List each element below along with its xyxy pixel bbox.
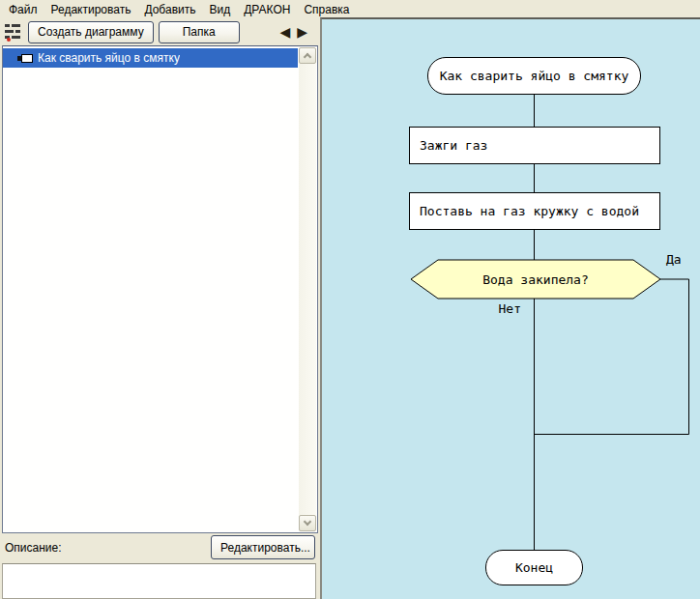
tree-scrollbar[interactable] — [299, 47, 316, 531]
folder-button[interactable]: Папка — [159, 21, 240, 43]
action-node-1[interactable]: Зажги газ — [409, 127, 660, 164]
menu-help[interactable]: Справка — [297, 1, 356, 18]
menu-bar: Файл Редактировать Добавить Вид ДРАКОН С… — [0, 0, 700, 18]
tree-item-selected[interactable]: Как сварить яйцо в смятку — [3, 48, 298, 68]
menu-add[interactable]: Добавить — [137, 1, 202, 18]
action-node-2[interactable]: Поставь на газ кружку с водой — [409, 192, 660, 230]
nav-arrows: ◀ ▶ — [279, 25, 307, 39]
description-text-area[interactable] — [2, 563, 316, 599]
toolbar: Создать диаграмму Папка ◀ ▶ — [0, 18, 320, 45]
menu-view[interactable]: Вид — [202, 1, 237, 18]
scroll-down-icon[interactable] — [299, 515, 316, 531]
diagram-node-icon — [21, 54, 33, 63]
end-node[interactable]: Конец — [485, 550, 583, 585]
create-diagram-button[interactable]: Создать диаграмму — [28, 21, 154, 43]
diagram-tree-panel: Как сварить яйцо в смятку — [2, 45, 318, 533]
question-node-label[interactable]: Вода закипела? — [411, 260, 660, 299]
diagram-list-icon — [4, 22, 23, 42]
scroll-up-icon[interactable] — [299, 47, 316, 64]
back-arrow-icon[interactable]: ◀ — [279, 25, 290, 39]
drakon-editor-window: Файл Редактировать Добавить Вид ДРАКОН С… — [0, 0, 700, 599]
menu-edit[interactable]: Редактировать — [44, 1, 138, 18]
menu-file[interactable]: Файл — [2, 1, 44, 18]
start-node[interactable]: Как сварить яйцо в смятку — [427, 57, 641, 95]
description-label: Описание: — [5, 541, 62, 555]
forward-arrow-icon[interactable]: ▶ — [297, 25, 307, 39]
edit-description-button[interactable]: Редактировать... — [211, 535, 315, 559]
yes-branch-line — [535, 279, 689, 435]
no-branch-label: Нет — [482, 301, 521, 316]
tree-item-label: Как сварить яйцо в смятку — [38, 51, 180, 65]
yes-branch-label: Да — [666, 252, 682, 267]
diagram-canvas[interactable]: Как сварить яйцо в смятку Зажги газ Пост… — [320, 17, 700, 599]
menu-drakon[interactable]: ДРАКОН — [237, 1, 297, 18]
